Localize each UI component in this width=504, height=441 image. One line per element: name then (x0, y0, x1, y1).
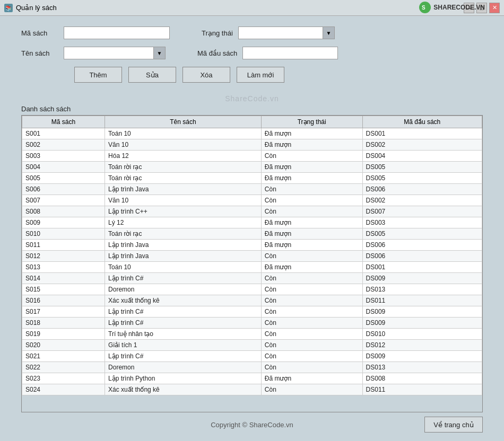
table-cell: DS007 (362, 206, 482, 217)
table-row[interactable]: S019Trí tuệ nhân tạoCònDS010 (22, 329, 482, 340)
table-row[interactable]: S018Lập trình C#CònDS009 (22, 317, 482, 329)
table-cell: S014 (22, 273, 105, 284)
home-button[interactable]: Về trang chủ (424, 417, 483, 433)
table-row[interactable]: S001Toán 10Đã mượnDS001 (22, 128, 482, 139)
svg-text:📚: 📚 (5, 5, 12, 12)
table-cell: S009 (22, 217, 105, 228)
table-cell: DS011 (362, 295, 482, 306)
table-cell: DS013 (362, 362, 482, 373)
table-cell: Lập trình C# (105, 351, 262, 362)
table-cell: Còn (261, 295, 362, 306)
table-row[interactable]: S013Toán 10Đã mượnDS001 (22, 262, 482, 273)
table-cell: DS013 (362, 284, 482, 295)
table-cell: S019 (22, 329, 105, 340)
table-cell: Lý 12 (105, 217, 262, 228)
table-row[interactable]: S004Toán rời rạcĐã mượnDS005 (22, 162, 482, 173)
table-cell: Giải tích 1 (105, 340, 262, 351)
table-cell: Còn (261, 384, 362, 395)
table-row[interactable]: S020Giải tích 1CònDS012 (22, 340, 482, 351)
table-cell: DS003 (362, 217, 482, 228)
table-cell: DS005 (362, 228, 482, 240)
ten-sach-select[interactable]: Toán 10 Văn 10 Hóa 12 Lập trình Java Lập… (64, 47, 154, 59)
table-row[interactable]: S021Lập trình C#CònDS009 (22, 351, 482, 362)
table-cell: Đã mượn (261, 228, 362, 240)
table-cell: DS006 (362, 251, 482, 262)
col-ma-sach: Mã sách (22, 116, 105, 128)
table-row[interactable]: S008Lập trình C++CònDS007 (22, 206, 482, 217)
table-cell: Còn (261, 329, 362, 340)
trang-thai-select[interactable]: Đã mượn Còn (238, 27, 323, 39)
table-row[interactable]: S009Lý 12Đã mượnDS003 (22, 217, 482, 228)
table-row[interactable]: S012Lập trình JavaCònDS006 (22, 251, 482, 262)
table-row[interactable]: S007Văn 10CònDS002 (22, 195, 482, 206)
trang-thai-label: Trạng thái (202, 29, 233, 37)
xoa-button[interactable]: Xóa (183, 67, 230, 83)
col-ten-sach: Tên sách (105, 116, 262, 128)
table-cell: DS009 (362, 273, 482, 284)
table-row[interactable]: S003Hóa 12CònDS004 (22, 151, 482, 162)
close-button[interactable]: ✕ (489, 3, 500, 13)
table-cell: Hóa 12 (105, 151, 262, 162)
table-cell: Còn (261, 151, 362, 162)
table-cell: Còn (261, 284, 362, 295)
table-cell: DS011 (362, 384, 482, 395)
ma-dau-sach-group: Mã đầu sách (197, 47, 338, 59)
table-cell: S008 (22, 206, 105, 217)
ma-sach-input[interactable] (64, 27, 170, 39)
table-cell: S021 (22, 351, 105, 362)
table-cell: DS009 (362, 317, 482, 329)
table-cell: DS001 (362, 128, 482, 139)
table-cell: Lập trình C# (105, 306, 262, 317)
table-cell: Toán rời rạc (105, 173, 262, 184)
table-cell: Còn (261, 351, 362, 362)
table-cell: Doremon (105, 362, 262, 373)
table-cell: Văn 10 (105, 195, 262, 206)
table-cell: S006 (22, 184, 105, 195)
table-row[interactable]: S011Lập trình JavaĐã mượnDS006 (22, 240, 482, 251)
buttons-row: Thêm Sửa Xóa Làm mới (74, 67, 483, 83)
main-area: Mã sách Trạng thái Đã mượn Còn ▼ Tên sác… (0, 16, 504, 441)
logo-area: S SHARECODE.VN (419, 1, 485, 14)
table-row[interactable]: S016Xác xuất thống kêCònDS011 (22, 295, 482, 306)
table-cell: S013 (22, 262, 105, 273)
table-row[interactable]: S010Toán rời rạcĐã mượnDS005 (22, 228, 482, 240)
logo-text: SHARECODE.VN (433, 4, 485, 11)
them-button[interactable]: Thêm (74, 67, 122, 83)
table-row[interactable]: S023Lập trình PythonĐã mượnDS008 (22, 373, 482, 384)
table-row[interactable]: S015DoremonCònDS013 (22, 284, 482, 295)
table-cell: DS009 (362, 351, 482, 362)
table-cell: S016 (22, 295, 105, 306)
table-row[interactable]: S006Lập trình JavaCònDS006 (22, 184, 482, 195)
table-row[interactable]: S022DoremonCònDS013 (22, 362, 482, 373)
table-cell: Còn (261, 306, 362, 317)
table-cell: Đã mượn (261, 373, 362, 384)
table-title: Danh sách sách (21, 105, 483, 113)
table-cell: S010 (22, 228, 105, 240)
table-cell: Xác xuất thống kê (105, 384, 262, 395)
table-wrapper: Mã sách Tên sách Trạng thái Mã đầu sách … (21, 115, 483, 412)
table-row[interactable]: S005Toán rời rạcĐã mượnDS005 (22, 173, 482, 184)
table-cell: DS005 (362, 162, 482, 173)
sua-button[interactable]: Sửa (128, 67, 176, 83)
table-cell: Còn (261, 317, 362, 329)
table-cell: Còn (261, 362, 362, 373)
table-cell: S017 (22, 306, 105, 317)
table-row[interactable]: S024Xác xuất thống kêCònDS011 (22, 384, 482, 395)
table-row[interactable]: S017Lập trình C#CònDS009 (22, 306, 482, 317)
table-cell: S011 (22, 240, 105, 251)
table-row[interactable]: S014Lập trình C#CònDS009 (22, 273, 482, 284)
table-cell: Còn (261, 206, 362, 217)
table-cell: Đã mượn (261, 139, 362, 151)
col-ma-dau-sach: Mã đầu sách (362, 116, 482, 128)
table-cell: DS006 (362, 184, 482, 195)
table-cell: S007 (22, 195, 105, 206)
lam-moi-button[interactable]: Làm mới (237, 67, 284, 83)
table-cell: Toán 10 (105, 128, 262, 139)
title-bar-title: Quản lý sách (16, 4, 57, 12)
table-cell: Đã mượn (261, 262, 362, 273)
table-cell: Toán rời rạc (105, 228, 262, 240)
table-row[interactable]: S002Văn 10Đã mượnDS002 (22, 139, 482, 151)
table-scroll[interactable]: Mã sách Tên sách Trạng thái Mã đầu sách … (22, 116, 482, 412)
ma-dau-sach-input[interactable] (242, 47, 338, 59)
table-cell: Lập trình Python (105, 373, 262, 384)
